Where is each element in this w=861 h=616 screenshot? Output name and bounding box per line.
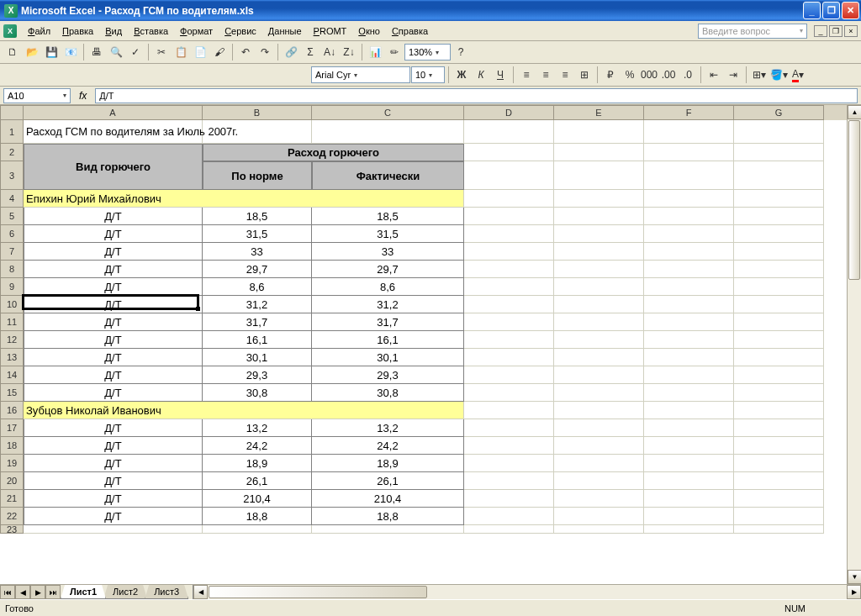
increase-decimal-button[interactable]: .00 bbox=[659, 66, 678, 84]
cell-B12[interactable]: 16,1 bbox=[203, 331, 312, 349]
help-button[interactable]: ? bbox=[452, 43, 470, 61]
menu-вставка[interactable]: Вставка bbox=[128, 24, 174, 38]
cell-A14[interactable]: Д/Т bbox=[24, 366, 203, 384]
cell-B19[interactable]: 18,9 bbox=[203, 455, 312, 472]
cell-B14[interactable]: 29,3 bbox=[203, 366, 312, 384]
cell-F14[interactable] bbox=[644, 366, 734, 384]
fill-color-button[interactable]: 🪣▾ bbox=[769, 66, 788, 84]
row-header-5[interactable]: 5 bbox=[0, 208, 24, 225]
row-header-4[interactable]: 4 bbox=[0, 190, 24, 208]
cell-A19[interactable]: Д/Т bbox=[24, 455, 203, 472]
cell-G21[interactable] bbox=[734, 490, 824, 508]
cell-C10[interactable]: 31,2 bbox=[312, 296, 464, 313]
cell-A12[interactable]: Д/Т bbox=[24, 331, 203, 349]
row-header-3[interactable]: 3 bbox=[0, 161, 24, 190]
cell-E14[interactable] bbox=[554, 366, 644, 384]
menu-сервис[interactable]: Сервис bbox=[219, 24, 262, 38]
cell-E11[interactable] bbox=[554, 313, 644, 331]
sort-asc-button[interactable]: A↓ bbox=[320, 43, 339, 61]
cell-D7[interactable] bbox=[464, 243, 554, 261]
cell-E10[interactable] bbox=[554, 296, 644, 313]
cell-G1[interactable] bbox=[734, 120, 824, 144]
cell-A1[interactable]: Расход ГСМ по водителям за Июль 2007г. bbox=[24, 120, 203, 144]
cell-C11[interactable]: 31,7 bbox=[312, 313, 464, 331]
cell-G8[interactable] bbox=[734, 261, 824, 278]
cell-D10[interactable] bbox=[464, 296, 554, 313]
cell-A8[interactable]: Д/Т bbox=[24, 261, 203, 278]
cell-C3[interactable]: Фактически bbox=[312, 161, 464, 190]
cell-D3[interactable] bbox=[464, 161, 554, 190]
tab-last-button[interactable]: ⏭ bbox=[45, 585, 61, 599]
fx-icon[interactable]: fx bbox=[79, 90, 87, 102]
cell-E18[interactable] bbox=[554, 437, 644, 455]
scroll-up-button[interactable]: ▲ bbox=[848, 105, 861, 119]
align-right-button[interactable]: ≡ bbox=[556, 66, 574, 84]
cell-E20[interactable] bbox=[554, 472, 644, 490]
menu-вид[interactable]: Вид bbox=[99, 24, 128, 38]
tab-prev-button[interactable]: ◀ bbox=[15, 585, 30, 599]
cell-F2[interactable] bbox=[644, 144, 734, 161]
row-header-7[interactable]: 7 bbox=[0, 243, 24, 261]
hyperlink-button[interactable]: 🔗 bbox=[282, 43, 300, 61]
print-button[interactable]: 🖶 bbox=[87, 43, 106, 61]
cell-B8[interactable]: 29,7 bbox=[203, 261, 312, 278]
cell-C1[interactable] bbox=[312, 120, 464, 144]
menu-файл[interactable]: Файл bbox=[22, 24, 56, 38]
cell-G4[interactable] bbox=[734, 190, 824, 208]
cell-C19[interactable]: 18,9 bbox=[312, 455, 464, 472]
decrease-indent-button[interactable]: ⇤ bbox=[705, 66, 723, 84]
cell-E2[interactable] bbox=[554, 144, 644, 161]
cell-D11[interactable] bbox=[464, 313, 554, 331]
autosum-button[interactable]: Σ bbox=[301, 43, 320, 61]
cell-D13[interactable] bbox=[464, 349, 554, 366]
cell-A6[interactable]: Д/Т bbox=[24, 225, 203, 243]
borders-button[interactable]: ⊞▾ bbox=[750, 66, 769, 84]
cell-G20[interactable] bbox=[734, 472, 824, 490]
cell-F11[interactable] bbox=[644, 313, 734, 331]
spellcheck-button[interactable]: ✓ bbox=[126, 43, 145, 61]
scroll-right-button[interactable]: ▶ bbox=[847, 585, 861, 599]
open-button[interactable]: 📂 bbox=[23, 43, 41, 61]
row-header-6[interactable]: 6 bbox=[0, 225, 24, 243]
row-header-13[interactable]: 13 bbox=[0, 349, 24, 366]
cell-G11[interactable] bbox=[734, 313, 824, 331]
cell-D6[interactable] bbox=[464, 225, 554, 243]
menu-данные[interactable]: Данные bbox=[262, 24, 308, 38]
cell-B10[interactable]: 31,2 bbox=[203, 296, 312, 313]
format-painter-button[interactable]: 🖌 bbox=[210, 43, 229, 61]
percent-button[interactable]: % bbox=[621, 66, 639, 84]
increase-indent-button[interactable]: ⇥ bbox=[724, 66, 742, 84]
cell-A21[interactable]: Д/Т bbox=[24, 490, 203, 508]
cell-B15[interactable]: 30,8 bbox=[203, 384, 312, 402]
cell-D1[interactable] bbox=[464, 120, 554, 144]
cell-B5[interactable]: 18,5 bbox=[203, 208, 312, 225]
zoom-combo[interactable]: 130%▾ bbox=[404, 44, 451, 61]
row-header-1[interactable]: 1 bbox=[0, 120, 24, 144]
sheet-tab-Лист3[interactable]: Лист3 bbox=[145, 585, 188, 599]
menu-формат[interactable]: Формат bbox=[174, 24, 219, 38]
close-button[interactable]: ✕ bbox=[842, 2, 859, 19]
scroll-left-button[interactable]: ◀ bbox=[193, 585, 208, 599]
cell-D21[interactable] bbox=[464, 490, 554, 508]
cell-C8[interactable]: 29,7 bbox=[312, 261, 464, 278]
cell-D14[interactable] bbox=[464, 366, 554, 384]
cell-D23[interactable] bbox=[464, 525, 554, 534]
cell-F7[interactable] bbox=[644, 243, 734, 261]
cell-F8[interactable] bbox=[644, 261, 734, 278]
cell-C6[interactable]: 31,5 bbox=[312, 225, 464, 243]
scroll-down-button[interactable]: ▼ bbox=[848, 570, 861, 584]
cell-G15[interactable] bbox=[734, 384, 824, 402]
cell-C5[interactable]: 18,5 bbox=[312, 208, 464, 225]
col-header-C[interactable]: C bbox=[312, 105, 464, 120]
cell-G19[interactable] bbox=[734, 455, 824, 472]
cell-B4[interactable] bbox=[203, 190, 312, 208]
cell-D9[interactable] bbox=[464, 278, 554, 296]
cell-E6[interactable] bbox=[554, 225, 644, 243]
underline-button[interactable]: Ч bbox=[491, 66, 510, 84]
menu-окно[interactable]: Окно bbox=[352, 24, 386, 38]
cell-B17[interactable]: 13,2 bbox=[203, 419, 312, 437]
save-button[interactable]: 💾 bbox=[42, 43, 61, 61]
cell-F16[interactable] bbox=[644, 402, 734, 419]
cell-F1[interactable] bbox=[644, 120, 734, 144]
cell-A17[interactable]: Д/Т bbox=[24, 419, 203, 437]
